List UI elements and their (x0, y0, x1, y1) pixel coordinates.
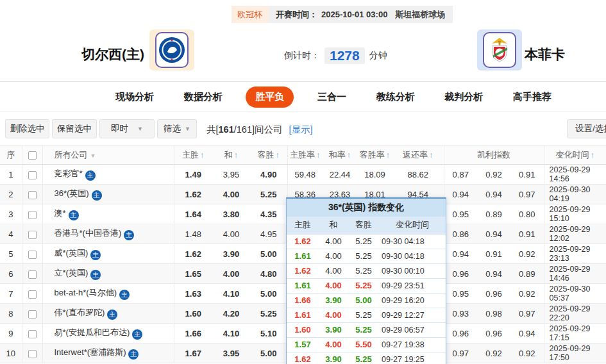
countdown-value: 1278 (324, 47, 365, 64)
home-odds[interactable]: 1.63 (174, 284, 212, 304)
home-odds[interactable]: 1.66 (174, 324, 212, 343)
away-odds[interactable]: 4.35 (250, 204, 287, 224)
draw-odds[interactable]: 4.10 (212, 284, 250, 304)
row-index: 8 (0, 304, 22, 324)
kelly-away: 0.94 (510, 324, 544, 343)
header-draw-rate[interactable]: 和率 (323, 145, 357, 165)
home-odds[interactable]: 1.64 (174, 204, 212, 224)
home-odds[interactable]: 1.62 (174, 185, 212, 204)
tab-教练分析[interactable]: 教练分析 (370, 87, 421, 108)
row-index: 7 (0, 284, 22, 304)
header-change-time[interactable]: 变化时间 (544, 145, 606, 165)
home-odds[interactable]: 1.65 (174, 264, 212, 284)
popup-away-odds: 5.25 (348, 322, 379, 337)
tab-数据分析[interactable]: 数据分析 (178, 87, 229, 108)
tab-胜平负[interactable]: 胜平负 (246, 87, 294, 108)
away-odds[interactable]: 5.25 (250, 185, 287, 204)
row-checkbox[interactable] (28, 290, 37, 299)
popup-away-odds: 5.25 (348, 234, 379, 249)
kickoff-label: 开赛时间： (276, 9, 317, 21)
popup-home-odds: 1.62 (287, 234, 319, 249)
tab-裁判分析[interactable]: 裁判分析 (438, 87, 489, 108)
draw-odds[interactable]: 4.00 (212, 264, 250, 284)
draw-odds[interactable]: 3.90 (212, 244, 250, 264)
away-odds[interactable]: 5.00 (250, 343, 287, 363)
show-link[interactable]: [显示] (289, 124, 313, 135)
kelly-home: 0.93 (444, 304, 477, 324)
row-checkbox[interactable] (28, 350, 37, 358)
filter-dropdown[interactable]: 筛选 ▼ (157, 119, 197, 138)
company-name[interactable]: Interwet*(塞浦路斯) (55, 347, 126, 357)
popup-header-和: 和 (319, 217, 348, 234)
kelly-home: 0.95 (444, 284, 477, 304)
popup-away-odds: 5.25 (348, 249, 379, 263)
popup-draw-odds: 4.00 (319, 234, 348, 249)
home-odds[interactable]: 1.49 (174, 165, 212, 185)
home-odds[interactable]: 1.62 (174, 244, 212, 264)
row-checkbox[interactable] (28, 330, 37, 338)
sort-up-icon (591, 150, 595, 160)
home-odds[interactable]: 1.48 (174, 224, 212, 244)
away-odds[interactable]: 5.10 (250, 324, 287, 343)
away-odds[interactable]: 5.00 (250, 284, 287, 304)
tab-现场分析[interactable]: 现场分析 (109, 87, 160, 108)
company-name[interactable]: 立*(英国) (55, 268, 88, 277)
company-name[interactable]: 威*(英国) (55, 248, 88, 258)
header-away-odds[interactable]: 客胜 (250, 145, 287, 165)
table-row: 1 竞彩官*主 1.49 3.95 4.90 59.48 22.44 18.09… (0, 165, 606, 185)
home-odds[interactable]: 1.67 (174, 343, 212, 363)
row-checkbox[interactable] (28, 231, 37, 239)
kelly-away: 0.91 (510, 165, 544, 185)
kelly-away: 0.89 (510, 264, 544, 284)
draw-odds[interactable]: 4.00 (212, 185, 250, 204)
select-all-checkbox[interactable] (28, 151, 37, 160)
settings-select-button[interactable]: 设置/选择 (567, 119, 606, 138)
header-away-rate[interactable]: 客胜率 (357, 145, 392, 165)
header-draw-odds[interactable]: 和 (212, 145, 250, 165)
company-name[interactable]: 澳* (55, 208, 66, 218)
draw-odds[interactable]: 3.80 (212, 204, 250, 224)
delete-selected-button[interactable]: 删除选中 (5, 119, 49, 138)
header-return-rate[interactable]: 返还率 (392, 145, 444, 165)
company-name[interactable]: 36*(英国) (55, 188, 89, 198)
kelly-draw: 0.96 (477, 284, 510, 304)
header-home-odds[interactable]: 主胜 (174, 145, 212, 165)
row-checkbox[interactable] (28, 310, 37, 318)
row-checkbox[interactable] (28, 270, 37, 279)
away-odds[interactable]: 4.80 (250, 264, 287, 284)
away-odds[interactable]: 5.25 (250, 304, 287, 324)
draw-odds[interactable]: 4.00 (212, 224, 250, 244)
home-rate: 59.48 (287, 165, 323, 185)
live-odds-dropdown[interactable]: 即时 ▼ (99, 119, 155, 138)
popup-draw-odds: 3.90 (319, 293, 348, 308)
draw-odds[interactable]: 3.95 (212, 343, 250, 363)
popup-home-odds: 1.62 (287, 263, 319, 278)
company-name[interactable]: 伟*(直布罗陀) (55, 308, 105, 317)
header-home-rate[interactable]: 主胜率 (287, 145, 323, 165)
row-checkbox[interactable] (28, 251, 37, 259)
company-name[interactable]: 竞彩官* (55, 169, 83, 178)
draw-odds[interactable]: 4.20 (212, 304, 250, 324)
kelly-draw: 0.92 (477, 343, 510, 363)
popup-header-row: 主胜和客胜变化时间 (287, 217, 446, 234)
popup-row: 1.62 4.00 5.25 09-30 00:10 (287, 263, 446, 278)
header-company[interactable]: 所有公司 (42, 145, 174, 165)
away-odds[interactable]: 4.90 (250, 165, 287, 185)
company-name[interactable]: 易*(安提瓜和巴布达) (55, 327, 130, 337)
kelly-home: 0.87 (444, 165, 477, 185)
company-name[interactable]: bet-at-h*(马尔他) (55, 288, 117, 297)
company-name[interactable]: 香港马*(中国香港) (55, 228, 122, 238)
row-checkbox[interactable] (28, 211, 37, 219)
home-odds[interactable]: 1.60 (174, 304, 212, 324)
keep-selected-button[interactable]: 保留选中 (52, 119, 97, 138)
row-checkbox[interactable] (28, 191, 37, 199)
away-odds[interactable]: 4.95 (250, 224, 287, 244)
popup-draw-odds: 3.90 (319, 322, 348, 337)
away-odds[interactable]: 5.00 (250, 244, 287, 264)
tab-高手推荐[interactable]: 高手推荐 (507, 87, 558, 108)
row-checkbox[interactable] (28, 171, 37, 179)
tab-三合一[interactable]: 三合一 (311, 87, 353, 108)
draw-odds[interactable]: 4.10 (212, 324, 250, 343)
sort-up-icon (386, 150, 391, 160)
draw-odds[interactable]: 3.95 (212, 165, 250, 185)
